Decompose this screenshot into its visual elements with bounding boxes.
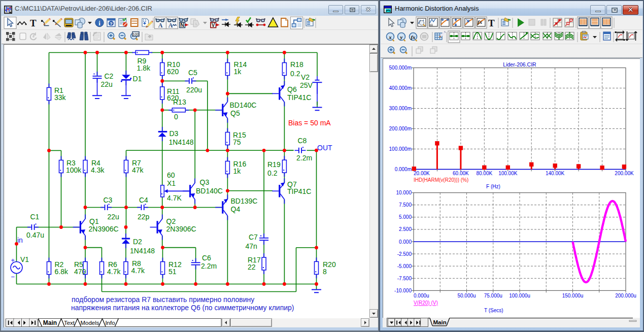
svg-text:1k: 1k — [233, 167, 242, 175]
svg-text:0.000m: 0.000m — [395, 167, 412, 172]
svg-text:300.000m: 300.000m — [389, 106, 412, 111]
svg-text:220u: 220u — [186, 86, 202, 94]
svg-text:D3: D3 — [170, 129, 179, 138]
svg-text:0.000u: 0.000u — [414, 293, 429, 298]
svg-text:x: x — [388, 34, 392, 40]
svg-text:C7: C7 — [249, 233, 258, 241]
svg-text:4.7K: 4.7K — [167, 194, 182, 202]
svg-text:1.8k: 1.8k — [137, 64, 151, 72]
svg-text:22: 22 — [248, 263, 256, 271]
svg-text:T: T — [488, 18, 495, 28]
svg-text:BD140C: BD140C — [196, 187, 223, 195]
svg-text:100.000m: 100.000m — [389, 146, 412, 152]
svg-text:OUT: OUT — [317, 144, 332, 152]
svg-text:R13: R13 — [173, 98, 186, 106]
svg-text:80.00K: 80.00K — [476, 171, 492, 176]
svg-text:0: 0 — [174, 113, 178, 121]
svg-text:1k: 1k — [234, 68, 242, 76]
svg-text:BD139C: BD139C — [231, 197, 258, 205]
svg-text:fx: fx — [478, 19, 483, 25]
svg-text:-10.000: -10.000 — [394, 288, 412, 293]
svg-text:C1: C1 — [30, 213, 40, 221]
svg-text:60: 60 — [167, 171, 175, 179]
svg-text:TIP41C: TIP41C — [287, 93, 311, 102]
svg-text:D2: D2 — [133, 238, 142, 246]
svg-text:22p: 22p — [138, 213, 150, 221]
svg-text:Q5: Q5 — [230, 109, 240, 117]
svg-text:Q4: Q4 — [231, 205, 241, 213]
svg-text:200.000m: 200.000m — [389, 126, 412, 131]
svg-text:2N3906C: 2N3906C — [166, 225, 196, 233]
svg-text:Q1: Q1 — [89, 217, 99, 225]
svg-text:Main: Main — [433, 319, 447, 325]
svg-text:V2: V2 — [301, 73, 310, 81]
svg-text:C5: C5 — [188, 69, 197, 77]
svg-text:500.000m: 500.000m — [389, 65, 412, 71]
svg-text:C8: C8 — [298, 137, 307, 145]
svg-text:22u: 22u — [108, 213, 119, 221]
svg-text:BD140C: BD140C — [230, 101, 257, 109]
svg-text:400.000m: 400.000m — [389, 85, 412, 91]
svg-text:1N4148: 1N4148 — [130, 247, 155, 255]
svg-text:y: y — [399, 34, 403, 40]
svg-text:подбором резистора R7 выставит: подбором резистора R7 выставить примерно… — [72, 295, 254, 304]
svg-text:5.000: 5.000 — [399, 214, 412, 220]
svg-text:100.000u: 100.000u — [509, 293, 530, 298]
svg-text:V(R20) (V): V(R20) (V) — [414, 300, 438, 306]
svg-text:100k: 100k — [66, 166, 82, 174]
svg-text:100.00K: 100.00K — [498, 171, 518, 176]
svg-text:10.000: 10.000 — [396, 190, 412, 195]
svg-text:F (Hz): F (Hz) — [486, 184, 500, 189]
svg-text:2.2m: 2.2m — [296, 154, 312, 162]
svg-text:200.000u: 200.000u — [615, 293, 636, 298]
svg-text:22u: 22u — [101, 80, 113, 88]
svg-text:-2.500: -2.500 — [397, 251, 412, 257]
svg-text:C2: C2 — [105, 72, 114, 80]
svg-text:140.00K: 140.00K — [546, 171, 565, 176]
svg-text:4.3k: 4.3k — [91, 166, 105, 174]
svg-text:1N4148: 1N4148 — [169, 138, 194, 146]
svg-text:IHD(HARM(v(R20))) (%): IHD(HARM(v(R20))) (%) — [414, 177, 468, 183]
svg-text:T (Secs): T (Secs) — [484, 308, 503, 313]
svg-text:47k: 47k — [132, 166, 144, 174]
svg-text:Q6: Q6 — [287, 85, 297, 93]
svg-text:0.47u: 0.47u — [26, 231, 44, 239]
svg-text:0.2: 0.2 — [290, 70, 300, 78]
svg-text:−: − — [11, 273, 15, 281]
svg-text:C3: C3 — [104, 196, 113, 204]
svg-text:R18: R18 — [290, 60, 303, 69]
svg-text:47n: 47n — [246, 242, 257, 250]
svg-text:6.8k: 6.8k — [55, 268, 69, 276]
svg-text:8: 8 — [323, 268, 327, 276]
svg-text:200.00K: 200.00K — [615, 171, 634, 176]
svg-text:620: 620 — [167, 68, 179, 76]
svg-text:Q3: Q3 — [200, 178, 210, 186]
svg-text:Bias = 50 mA: Bias = 50 mA — [288, 119, 331, 127]
svg-text:V1: V1 — [20, 255, 29, 263]
svg-text:4.7k: 4.7k — [131, 267, 145, 275]
svg-text:60.00K: 60.00K — [453, 171, 469, 176]
svg-text:75.000u: 75.000u — [484, 293, 502, 298]
svg-text:in: in — [17, 236, 23, 244]
svg-text:25V: 25V — [300, 81, 313, 89]
svg-text:C6: C6 — [202, 254, 211, 262]
svg-text:150.000u: 150.000u — [562, 293, 584, 298]
svg-text:33k: 33k — [54, 93, 66, 102]
svg-text:Lider-206.CIR: Lider-206.CIR — [503, 61, 536, 68]
svg-text:470: 470 — [74, 268, 86, 276]
svg-text:51: 51 — [168, 268, 177, 276]
svg-text:0.000: 0.000 — [399, 239, 412, 245]
svg-text:-5.000: -5.000 — [397, 263, 412, 269]
svg-text:50.000u: 50.000u — [457, 293, 476, 298]
svg-text:напряжения питания на коллекто: напряжения питания на коллекторе Q6 (по … — [71, 304, 294, 312]
svg-text:Q2: Q2 — [166, 217, 176, 225]
svg-text:-7.500: -7.500 — [397, 276, 412, 281]
svg-text:75: 75 — [233, 138, 241, 146]
svg-text:4.7k: 4.7k — [107, 268, 121, 276]
svg-text:0.2: 0.2 — [267, 169, 278, 177]
svg-text:D1: D1 — [133, 75, 142, 83]
svg-text:2.500: 2.500 — [399, 226, 412, 232]
svg-text:X1: X1 — [167, 179, 176, 187]
svg-text:+: + — [11, 256, 15, 264]
svg-text:2N3906C: 2N3906C — [89, 225, 119, 233]
